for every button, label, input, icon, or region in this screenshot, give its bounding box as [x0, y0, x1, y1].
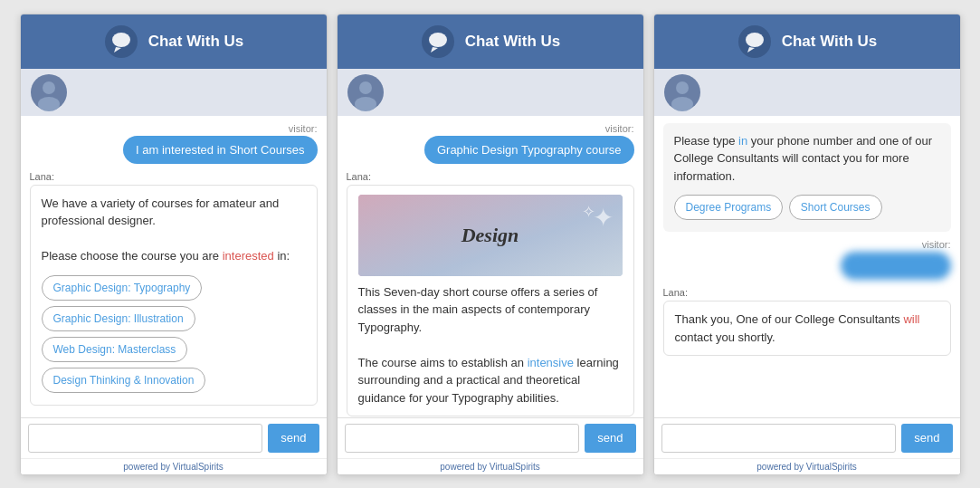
chat-subheader-3	[654, 69, 960, 116]
powered-by-2: powered by VirtualSpirits	[338, 458, 643, 474]
lana-text-1b: Please choose the course you are interes…	[42, 249, 290, 263]
visitor-label-1: visitor:	[30, 123, 318, 134]
lana-text-2a: This Seven-day short course offers a ser…	[358, 285, 598, 334]
svg-point-16	[676, 81, 689, 94]
chat-subheader-2	[338, 69, 643, 116]
option-short-courses[interactable]: Short Courses	[789, 195, 882, 220]
powered-by-1: powered by VirtualSpirits	[21, 458, 327, 474]
visitor-bubble-3-blurred: phone num	[841, 252, 950, 280]
lana-text-1a: We have a variety of courses for amateur…	[42, 196, 280, 228]
lana-text-3a: Please type in your phone number and one…	[674, 134, 932, 183]
lana-label-1: Lana:	[30, 171, 318, 182]
chat-subheader-1	[21, 69, 327, 116]
chat-header-icon-3	[737, 24, 773, 60]
lana-bubble-3b: Thank you, One of our College Consultant…	[663, 301, 951, 356]
lana-text-2b: The course aims to establish an intensiv…	[358, 356, 619, 405]
visitor-label-2: visitor:	[347, 123, 634, 134]
chat-widget-2: Chat With Us visitor: Graphic Design Typ…	[337, 14, 644, 475]
chat-footer-3: send	[654, 417, 960, 458]
chat-header-3: Chat With Us	[654, 14, 960, 69]
option-illustration[interactable]: Graphic Design: Illustration	[42, 306, 195, 331]
lana-bubble-2: Design ✦ ✧ This Seven-day short course o…	[347, 185, 634, 417]
avatar-1	[30, 73, 68, 111]
send-button-3[interactable]: send	[901, 424, 952, 453]
svg-point-17	[671, 97, 693, 111]
avatar-3	[663, 73, 701, 111]
chat-header-title-3: Chat With Us	[782, 33, 878, 51]
option-typography[interactable]: Graphic Design: Typography	[42, 275, 203, 301]
option-masterclass[interactable]: Web Design: Masterclass	[42, 337, 188, 362]
chat-input-3[interactable]	[661, 424, 897, 453]
lana-bubble-3a: Please type in your phone number and one…	[663, 123, 951, 233]
lana-label-2: Lana:	[347, 171, 634, 182]
course-image: Design ✦ ✧	[358, 195, 623, 276]
chat-header-icon-1	[103, 24, 139, 60]
svg-point-13	[746, 33, 764, 47]
chat-footer-2: send	[338, 417, 643, 458]
lana-text-3b: Thank you, One of our College Consultant…	[675, 312, 920, 344]
chat-header-title-2: Chat With Us	[465, 33, 561, 51]
chat-body-1: visitor: I am interested in Short Course…	[21, 116, 327, 417]
chat-footer-1: send	[21, 417, 327, 458]
chat-input-2[interactable]	[345, 424, 580, 453]
send-button-1[interactable]: send	[268, 424, 319, 453]
svg-point-4	[43, 81, 55, 94]
send-button-2[interactable]: send	[585, 424, 635, 453]
chat-widget-1: Chat With Us visitor: I am interested in…	[20, 14, 328, 475]
chat-header-title-1: Chat With Us	[148, 33, 244, 51]
svg-point-7	[429, 33, 447, 47]
chat-input-1[interactable]	[28, 424, 263, 453]
svg-point-11	[355, 97, 376, 111]
chat-widget-3: Chat With Us Please type in your phone n…	[653, 14, 961, 475]
powered-by-3: powered by VirtualSpirits	[654, 458, 960, 474]
chat-header-1: Chat With Us	[21, 14, 327, 69]
lana-bubble-1: We have a variety of courses for amateur…	[30, 185, 318, 406]
svg-point-10	[359, 81, 372, 94]
lana-label-3: Lana:	[663, 287, 951, 298]
option-degree-programs[interactable]: Degree Programs	[674, 195, 784, 220]
chat-body-2: visitor: Graphic Design Typography cours…	[338, 116, 643, 417]
visitor-label-3: visitor:	[663, 239, 951, 250]
chat-header-2: Chat With Us	[338, 14, 643, 69]
chat-body-3: Please type in your phone number and one…	[654, 116, 960, 417]
avatar-2	[347, 73, 385, 111]
course-image-deco: ✦	[593, 199, 614, 237]
option-innovation[interactable]: Design Thinking & Innovation	[42, 368, 206, 393]
course-image-text: Design	[461, 220, 519, 250]
visitor-bubble-2: Graphic Design Typography course	[424, 136, 634, 164]
visitor-bubble-1: I am interested in Short Courses	[123, 136, 317, 164]
svg-point-5	[38, 97, 60, 111]
svg-point-1	[112, 33, 130, 47]
chat-header-icon-2	[420, 24, 456, 60]
